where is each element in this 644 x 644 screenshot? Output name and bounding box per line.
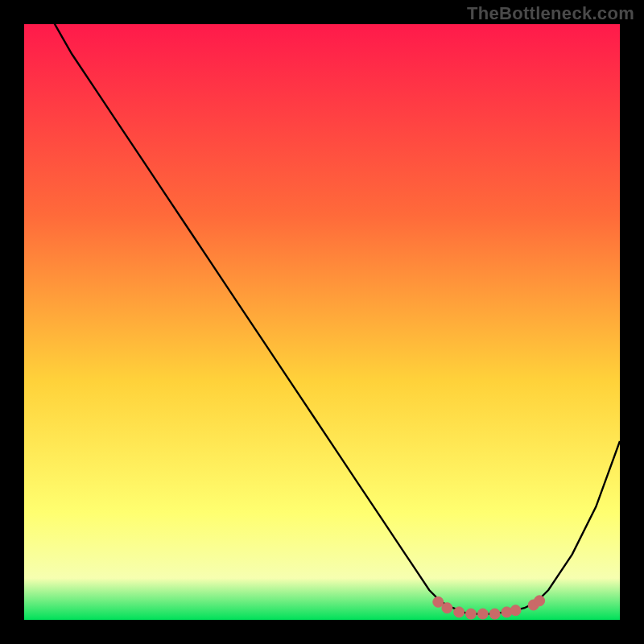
chart-frame: TheBottleneck.com xyxy=(0,0,644,644)
marker-point xyxy=(454,607,464,617)
marker-point xyxy=(433,597,444,607)
marker-point xyxy=(477,609,488,619)
gradient-background xyxy=(24,24,620,620)
watermark-text: TheBottleneck.com xyxy=(467,3,634,24)
bottleneck-chart xyxy=(24,24,620,620)
marker-point xyxy=(489,609,500,619)
marker-point xyxy=(442,603,452,613)
marker-point xyxy=(510,605,521,616)
marker-point xyxy=(535,596,545,606)
marker-point xyxy=(466,609,477,619)
